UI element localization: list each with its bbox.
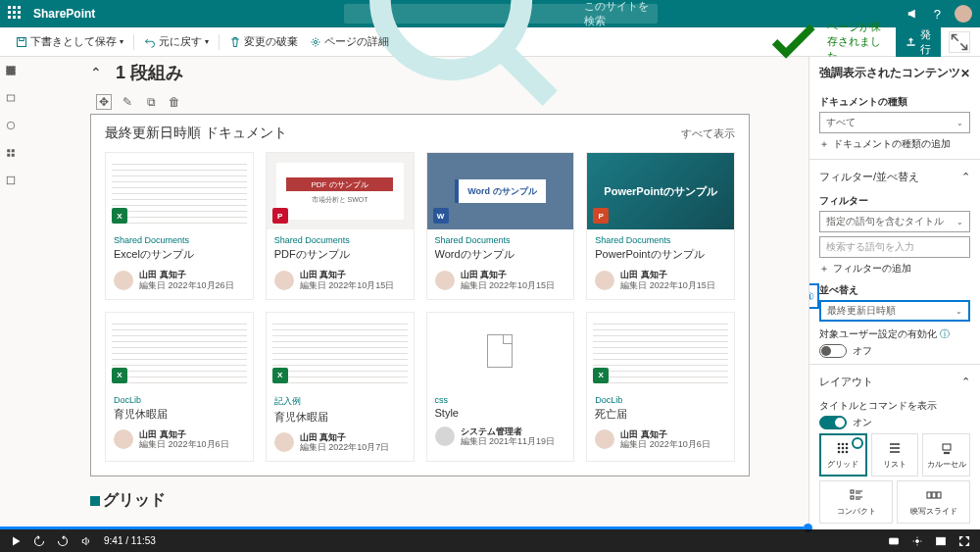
chevron-down-icon: ⌄ [956, 218, 963, 226]
add-doc-type-link[interactable]: ＋ドキュメントの種類の追加 [819, 137, 970, 151]
filter-label: フィルター [819, 194, 970, 208]
document-card[interactable]: XShared DocumentsExcelのサンプル山田 真知子編集日 202… [105, 152, 254, 300]
megaphone-icon[interactable] [906, 7, 920, 21]
captions-icon[interactable] [888, 535, 900, 547]
card-library: DocLib [114, 395, 245, 405]
layout-option-list[interactable]: リスト [871, 433, 919, 477]
svg-rect-32 [851, 496, 854, 499]
volume-icon[interactable] [80, 535, 92, 547]
author-text: 山田 真知子編集日 2022年10月15日 [461, 270, 556, 291]
rail-item[interactable] [3, 90, 19, 106]
discard-label: 変更の破棄 [244, 34, 298, 49]
svg-point-27 [946, 452, 948, 454]
chevron-up-icon: ⌃ [961, 171, 970, 183]
svg-point-26 [944, 452, 946, 454]
filmstrip-icon [926, 487, 942, 503]
document-card[interactable]: XDocLib育児休暇届山田 真知子編集日 2022年10月6日 [105, 312, 254, 463]
pdf-icon: P [272, 208, 288, 224]
layout-option-compact[interactable]: コンパクト [819, 480, 893, 524]
svg-point-16 [838, 447, 841, 450]
layout-header[interactable]: レイアウト⌃ [819, 371, 970, 393]
svg-point-18 [846, 447, 849, 450]
rail-item[interactable] [3, 173, 19, 188]
audience-toggle[interactable] [819, 344, 847, 358]
fullscreen-icon[interactable] [958, 535, 970, 547]
compact-icon [849, 487, 864, 503]
excel-icon: X [112, 368, 127, 383]
author-text: 山田 真知子編集日 2022年10月7日 [300, 432, 390, 454]
delete-webpart-button[interactable]: 🗑 [167, 94, 182, 110]
rail-item[interactable] [3, 145, 19, 161]
svg-point-19 [838, 451, 841, 454]
close-panel-button[interactable]: ✕ [960, 67, 970, 80]
edit-webpart-button[interactable]: ✎ [120, 94, 135, 110]
help-icon[interactable]: ? [934, 7, 941, 22]
publish-button[interactable]: 発行 [896, 24, 941, 61]
expand-editor-button[interactable] [949, 31, 970, 53]
collapse-section-icon[interactable]: ⌃ [90, 65, 102, 80]
document-card[interactable]: PDF のサンプル市場分析と SWOTPShared DocumentsPDFの… [266, 152, 415, 300]
save-draft-button[interactable]: 下書きとして保存 ▾ [10, 34, 129, 49]
filter-value: 指定の語句を含むタイトル [826, 215, 944, 228]
move-webpart-button[interactable]: ✥ [96, 94, 112, 110]
document-card[interactable]: cssStyleシステム管理者編集日 2021年11月19日 [426, 312, 575, 463]
duplicate-webpart-button[interactable]: ⧉ [143, 94, 159, 110]
pip-icon[interactable] [935, 535, 947, 547]
filter-type-select[interactable]: 指定の語句を含むタイトル⌄ [819, 211, 970, 232]
brand-label: SharePoint [33, 7, 95, 21]
undo-button[interactable]: 元に戻す ▾ [138, 34, 215, 49]
layout-filmstrip-label: 映写スライド [910, 506, 957, 517]
discard-button[interactable]: 変更の破棄 [223, 34, 304, 49]
filter-term-input[interactable]: 検索する語句を入力 [819, 236, 970, 258]
svg-point-21 [846, 451, 849, 454]
list-icon [887, 440, 903, 456]
undo-icon [144, 36, 156, 48]
settings-icon[interactable] [911, 535, 923, 547]
grid-heading-label: グリッド [103, 490, 166, 511]
publish-icon [906, 36, 916, 47]
svg-rect-41 [941, 541, 945, 544]
filter-sort-header[interactable]: フィルター/並べ替え⌃ [819, 166, 970, 188]
document-card[interactable]: X記入例育児休暇届山田 真知子編集日 2022年10月7日 [266, 312, 415, 463]
layout-option-carousel[interactable]: カルーセル [922, 433, 970, 477]
rail-item[interactable] [3, 118, 19, 133]
card-thumbnail: PowerPointのサンプルP [587, 153, 734, 229]
author-text: 山田 真知子編集日 2022年10月15日 [300, 270, 395, 291]
powerpoint-icon: P [593, 208, 609, 224]
document-card[interactable]: PowerPointのサンプルPShared DocumentsPowerPoi… [586, 152, 735, 300]
svg-rect-8 [7, 149, 10, 152]
document-card[interactable]: Word のサンプルWShared DocumentsWordのサンプル山田 真… [426, 152, 575, 300]
excel-icon: X [593, 368, 609, 383]
play-icon[interactable] [10, 535, 22, 547]
forward-icon[interactable] [57, 535, 69, 547]
author-avatar [114, 429, 133, 449]
svg-rect-38 [890, 538, 899, 544]
layout-option-grid[interactable]: グリッド [819, 433, 867, 477]
search-input[interactable]: このサイトを検索 [344, 4, 658, 24]
card-library: Shared Documents [435, 235, 566, 245]
app-launcher-icon[interactable] [8, 6, 24, 22]
page-details-button[interactable]: ページの詳細 [304, 34, 395, 49]
layout-option-filmstrip[interactable]: 映写スライド [897, 480, 970, 524]
chevron-down-icon: ⌄ [956, 119, 963, 127]
card-thumbnail: X [587, 313, 734, 389]
document-card[interactable]: XDocLib死亡届山田 真知子編集日 2022年10月6日 [586, 312, 735, 463]
rewind-icon[interactable] [33, 535, 45, 547]
author-avatar [114, 271, 133, 290]
chevron-down-icon: ▾ [205, 37, 209, 46]
svg-rect-29 [851, 490, 854, 493]
author-text: 山田 真知子編集日 2022年10月6日 [620, 429, 710, 451]
show-title-toggle[interactable] [819, 416, 847, 429]
sort-select[interactable]: 最終更新日時順⌄ [819, 300, 970, 322]
card-library: Shared Documents [114, 235, 245, 245]
see-all-link[interactable]: すべて表示 [681, 126, 735, 141]
highlighted-content-webpart: 最終更新日時順 ドキュメント すべて表示 XShared DocumentsEx… [90, 114, 750, 477]
add-filter-link[interactable]: ＋フィルターの追加 [819, 262, 970, 276]
user-avatar[interactable] [955, 5, 972, 23]
svg-rect-10 [7, 154, 10, 157]
section-title: 1 段組み [116, 61, 183, 84]
add-section-button[interactable] [3, 63, 19, 78]
info-icon[interactable]: ⓘ [940, 328, 950, 339]
doc-type-select[interactable]: すべて⌄ [819, 112, 970, 133]
author-text: 山田 真知子編集日 2022年10月6日 [139, 429, 229, 451]
